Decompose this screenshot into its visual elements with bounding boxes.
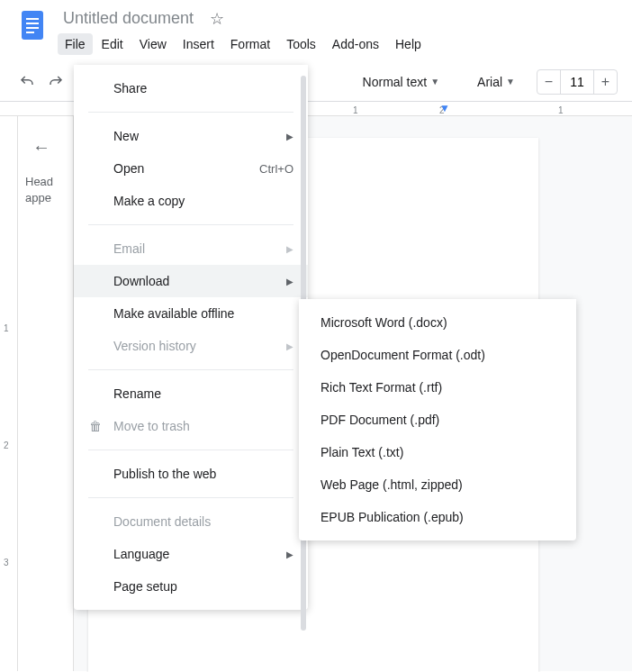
download-rtf[interactable]: Rich Text Format (.rtf) [299, 371, 576, 404]
ruler-mark: 1 [4, 323, 9, 333]
chevron-right-icon: ▶ [286, 549, 293, 559]
svg-rect-1 [26, 18, 39, 20]
download-html[interactable]: Web Page (.html, zipped) [299, 468, 576, 501]
svg-rect-4 [26, 32, 34, 33]
file-dropdown-menu: Share New▶ OpenCtrl+O Make a copy Email▶… [74, 65, 308, 610]
menu-divider [88, 450, 293, 450]
download-docx[interactable]: Microsoft Word (.docx) [299, 306, 576, 339]
paragraph-style-label: Normal text [363, 75, 428, 89]
svg-rect-3 [26, 27, 39, 29]
menu-view[interactable]: View [132, 33, 174, 55]
menubar: File Edit View Insert Format Tools Add-o… [58, 30, 429, 62]
shortcut-label: Ctrl+O [259, 162, 293, 176]
menu-item-version-history[interactable]: Version history▶ [74, 330, 308, 362]
font-size-stepper: − 11 + [537, 69, 618, 95]
outline-panel: ← Head appe [18, 116, 74, 671]
chevron-right-icon: ▶ [286, 341, 293, 351]
menu-item-make-copy[interactable]: Make a copy [74, 185, 308, 217]
menu-item-new[interactable]: New▶ [74, 120, 308, 152]
font-label: Arial [477, 75, 502, 89]
menu-item-move-trash[interactable]: 🗑Move to trash [74, 410, 308, 442]
menu-file[interactable]: File [58, 33, 93, 55]
menu-divider [88, 112, 293, 113]
menu-item-make-offline[interactable]: Make available offline [74, 297, 308, 330]
docs-logo[interactable] [14, 7, 50, 43]
ruler-mark: 1 [353, 105, 358, 115]
outline-placeholder: Head appe [25, 174, 66, 206]
menu-divider [88, 224, 293, 225]
chevron-right-icon: ▶ [286, 132, 293, 141]
paragraph-style-select[interactable]: Normal text▼ [356, 71, 447, 93]
trash-icon: 🗑 [86, 419, 104, 433]
download-txt[interactable]: Plain Text (.txt) [299, 436, 576, 468]
chevron-down-icon: ▼ [430, 77, 439, 86]
menu-addons[interactable]: Add-ons [325, 33, 386, 55]
font-size-increase[interactable]: + [593, 70, 617, 94]
menu-item-email[interactable]: Email▶ [74, 232, 308, 265]
download-odt[interactable]: OpenDocument Format (.odt) [299, 339, 576, 371]
ruler-mark: 2 [4, 440, 9, 450]
menu-insert[interactable]: Insert [176, 33, 221, 55]
menu-item-language[interactable]: Language▶ [74, 538, 308, 570]
font-select[interactable]: Arial▼ [470, 71, 522, 93]
menu-edit[interactable]: Edit [95, 33, 131, 55]
download-pdf[interactable]: PDF Document (.pdf) [299, 404, 576, 436]
indent-marker-icon[interactable]: ▼ [439, 102, 450, 114]
chevron-right-icon: ▶ [286, 277, 293, 286]
menu-item-open[interactable]: OpenCtrl+O [74, 152, 308, 185]
back-button[interactable]: ← [25, 131, 58, 163]
vertical-ruler[interactable]: 1 2 3 [0, 116, 18, 671]
menu-item-page-setup[interactable]: Page setup [74, 570, 308, 603]
undo-button[interactable] [14, 69, 40, 95]
font-size-decrease[interactable]: − [537, 70, 561, 94]
ruler-mark: 3 [4, 558, 9, 568]
menu-item-share[interactable]: Share [74, 72, 308, 104]
chevron-down-icon: ▼ [506, 77, 515, 86]
svg-rect-0 [22, 11, 43, 40]
menu-divider [88, 497, 293, 498]
menu-item-publish[interactable]: Publish to the web [74, 458, 308, 490]
redo-button[interactable] [43, 69, 68, 95]
menu-help[interactable]: Help [388, 33, 429, 55]
download-submenu: Microsoft Word (.docx) OpenDocument Form… [299, 299, 576, 540]
star-icon[interactable]: ☆ [210, 9, 224, 29]
menu-item-download[interactable]: Download▶ [74, 265, 308, 297]
menu-item-rename[interactable]: Rename [74, 377, 308, 410]
svg-rect-2 [26, 23, 39, 24]
document-title[interactable]: Untitled document [58, 7, 199, 30]
menu-item-doc-details[interactable]: Document details [74, 505, 308, 538]
chevron-right-icon: ▶ [286, 244, 293, 254]
menu-divider [88, 369, 293, 370]
font-size-value[interactable]: 11 [561, 75, 593, 89]
download-epub[interactable]: EPUB Publication (.epub) [299, 501, 576, 533]
menu-format[interactable]: Format [223, 33, 277, 55]
menu-tools[interactable]: Tools [279, 33, 323, 55]
ruler-mark: 1 [558, 105, 564, 115]
